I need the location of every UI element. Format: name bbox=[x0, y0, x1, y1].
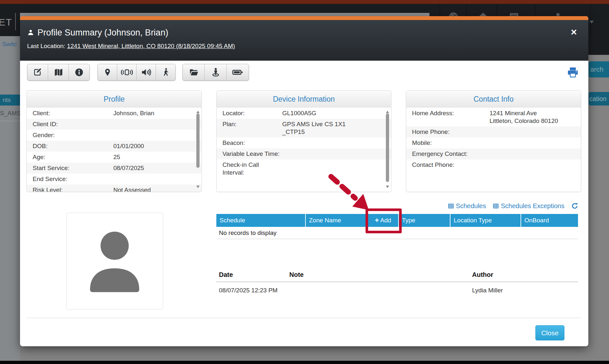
profile-summary-modal: Profile Summary (Johnson, Brian) Last Lo… bbox=[20, 16, 588, 346]
note-author: Lydia Miller bbox=[472, 287, 578, 294]
nav-separator bbox=[590, 4, 591, 36]
refresh-icon bbox=[572, 203, 578, 209]
last-location-label: Last Location: bbox=[27, 43, 65, 49]
contact-info-panel: Contact Info Home Address:1241 Mineral A… bbox=[406, 90, 581, 192]
bottom-black-strip bbox=[0, 361, 609, 364]
profile-row: Risk Level:Not Assessed bbox=[27, 185, 201, 192]
top-maroon-bar bbox=[0, 0, 609, 4]
scroll-up-arrow[interactable] bbox=[196, 109, 200, 113]
rail-divider bbox=[0, 121, 20, 121]
close-button[interactable]: Close bbox=[535, 325, 564, 340]
walking-person-icon bbox=[161, 67, 170, 77]
folder-open-button[interactable] bbox=[183, 64, 205, 80]
edit-button[interactable] bbox=[27, 64, 48, 80]
person-icon bbox=[27, 29, 34, 36]
column-author: Author bbox=[472, 271, 578, 281]
background-logo-block: ET bbox=[0, 4, 20, 36]
toolbar-group-tracking bbox=[98, 64, 176, 81]
location-pin-button[interactable] bbox=[98, 64, 117, 80]
profile-row: Client:Johnson, Brian bbox=[27, 108, 201, 119]
column-date: Date bbox=[216, 271, 289, 281]
schedules-exceptions-link[interactable]: Schedules Exceptions bbox=[493, 202, 564, 210]
audio-button[interactable] bbox=[137, 64, 156, 80]
scroll-down-arrow[interactable] bbox=[386, 186, 389, 190]
scroll-up-arrow[interactable] bbox=[386, 109, 389, 113]
search-button: arch bbox=[589, 61, 609, 77]
column-onboard: OnBoard bbox=[521, 214, 578, 227]
device-signal-icon bbox=[121, 67, 133, 77]
profile-panel: Profile Client:Johnson, Brian Client ID:… bbox=[26, 90, 202, 192]
profile-row: Start Service:08/07/2025 bbox=[27, 163, 201, 174]
last-location-link[interactable]: 1241 West Mineral, Littleton, CO 80120 (… bbox=[67, 43, 235, 49]
profile-row: Client ID: bbox=[27, 119, 201, 130]
contact-row: Emergency Contact: bbox=[406, 148, 581, 159]
profile-scrollbar[interactable] bbox=[196, 109, 201, 190]
battery-icon bbox=[231, 67, 244, 77]
device-row: Variable Leave Time: bbox=[217, 148, 391, 159]
map-button[interactable] bbox=[48, 64, 69, 80]
print-button[interactable] bbox=[566, 66, 580, 79]
street-view-icon bbox=[211, 67, 221, 77]
close-icon[interactable]: × bbox=[568, 27, 579, 38]
scroll-thumb[interactable] bbox=[196, 114, 200, 168]
schedule-table: Schedule Zone Name + Add Type Location T… bbox=[216, 214, 578, 239]
map-icon bbox=[53, 67, 64, 77]
device-info-panel: Device Information Locator:GL1000A5G Pla… bbox=[216, 90, 391, 192]
schedules-link[interactable]: Schedules bbox=[448, 202, 486, 210]
plus-icon: + bbox=[375, 214, 379, 227]
column-note: Note bbox=[289, 271, 472, 281]
client-photo-placeholder bbox=[66, 213, 163, 309]
column-zone-name: Zone Name bbox=[306, 214, 368, 227]
device-row: Beacon: bbox=[217, 137, 391, 148]
add-button[interactable]: + Add bbox=[368, 214, 399, 227]
edit-icon bbox=[33, 67, 43, 77]
background-navbar bbox=[20, 4, 429, 13]
schedule-table-header: Schedule Zone Name + Add Type Location T… bbox=[216, 214, 578, 227]
profile-row: Age:25 bbox=[27, 152, 201, 163]
brand-text: ET bbox=[0, 17, 12, 28]
device-row: Locator:GL1000A5G bbox=[217, 108, 391, 119]
toolbar-group-profile bbox=[27, 64, 90, 81]
contact-panel-body: Home Address:1241 Mineral AveLittleton, … bbox=[406, 108, 581, 192]
scroll-down-arrow[interactable] bbox=[196, 186, 200, 190]
location-pin-icon bbox=[103, 67, 112, 77]
info-button[interactable] bbox=[69, 64, 89, 80]
scroll-thumb[interactable] bbox=[386, 114, 389, 182]
profile-row: Gender: bbox=[27, 130, 201, 141]
battery-button[interactable] bbox=[227, 64, 249, 80]
printer-icon bbox=[566, 66, 579, 78]
profile-row: End Service: bbox=[27, 174, 201, 185]
info-icon bbox=[74, 67, 84, 77]
speaker-icon bbox=[141, 67, 152, 77]
chevron-down-icon bbox=[589, 21, 594, 26]
walking-button[interactable] bbox=[156, 64, 175, 80]
modal-title: Profile Summary (Johnson, Brian) bbox=[37, 28, 168, 38]
column-type: Type bbox=[399, 214, 450, 227]
folder-open-icon bbox=[188, 67, 199, 77]
device-signal-button[interactable] bbox=[117, 64, 137, 80]
modal-header: Profile Summary (Johnson, Brian) Last Lo… bbox=[20, 20, 588, 61]
profile-row: DOB:01/01/2000 bbox=[27, 141, 201, 152]
device-panel-body: Locator:GL1000A5G Plan:GPS AMS Live CS 1… bbox=[217, 108, 391, 192]
table-icon bbox=[448, 203, 454, 209]
location-tab: cation bbox=[589, 92, 609, 106]
avatar-person-icon bbox=[74, 221, 155, 301]
device-scrollbar[interactable] bbox=[385, 109, 390, 190]
active-nav-item: nts bbox=[0, 95, 20, 106]
program-label: S_AMS bbox=[0, 110, 20, 117]
switch-link: Switc bbox=[2, 41, 17, 48]
contact-row: Home Address:1241 Mineral AveLittleton, … bbox=[406, 108, 581, 126]
background-left-rail: Switc nts S_AMS bbox=[0, 36, 20, 361]
logo-divider bbox=[15, 13, 16, 30]
refresh-button[interactable] bbox=[572, 203, 578, 209]
contact-row: Home Phone: bbox=[406, 126, 581, 137]
modal-orange-bar bbox=[20, 16, 588, 20]
contact-row: Mobile: bbox=[406, 137, 581, 148]
note-date: 08/07/2025 12:23 PM bbox=[216, 287, 289, 294]
toolbar-group-records bbox=[182, 64, 249, 81]
column-location-type: Location Type bbox=[450, 214, 521, 227]
street-view-button[interactable] bbox=[205, 64, 227, 80]
schedule-empty-message: No records to display bbox=[216, 227, 578, 239]
notes-header: Date Note Author bbox=[216, 271, 578, 281]
profile-panel-body: Client:Johnson, Brian Client ID: Gender:… bbox=[27, 108, 201, 192]
